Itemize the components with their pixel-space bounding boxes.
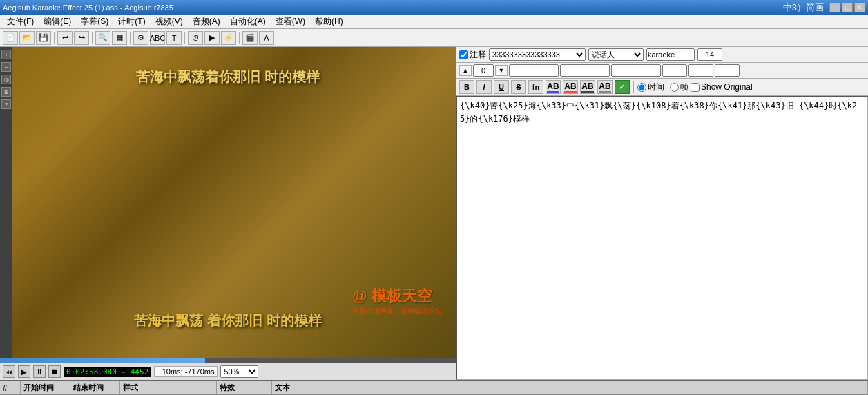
video-progress-bar[interactable] bbox=[0, 358, 456, 363]
toolbar-sep-2 bbox=[92, 32, 93, 44]
toolbar-sep-5 bbox=[239, 32, 240, 44]
title-bar: Aegisub Karaoke Effect 25 (1).ass - Aegi… bbox=[0, 0, 868, 15]
line-num-spin-up[interactable]: ▲ bbox=[459, 65, 472, 76]
video-tool-5[interactable]: ? bbox=[1, 99, 11, 109]
video-tool-1[interactable]: + bbox=[1, 50, 11, 59]
spellcheck-button[interactable]: ABC bbox=[150, 31, 165, 45]
radio-frame-input[interactable] bbox=[670, 83, 679, 92]
video-panel: + ↔ ◎ ⊞ ? 苦海中飘荡着你那旧 时的模样 苦海中飘荡 着你那旧 时的模样… bbox=[0, 47, 456, 380]
menu-file[interactable]: 文件(F) bbox=[3, 15, 38, 28]
maximize-button[interactable]: □ bbox=[842, 3, 853, 12]
menu-automation[interactable]: 自动化(A) bbox=[226, 15, 270, 28]
comment-checkbox-label[interactable]: 注释 bbox=[459, 49, 486, 61]
edit-toolbar: 注释 3333333333333333 说话人 bbox=[456, 47, 868, 63]
window-title: Aegisub Karaoke Effect 25 (1).ass - Aegi… bbox=[3, 3, 173, 12]
timing-button[interactable]: ▶ bbox=[204, 31, 220, 45]
col-header-style: 样式 bbox=[120, 381, 217, 394]
time-mode-group: 时间 帧 bbox=[637, 81, 688, 93]
subtitle-text-edit[interactable]: {\k40}苦{\k25}海{\k33}中{\k31}飘{\荡}{\k108}着… bbox=[456, 96, 868, 380]
duration-input[interactable]: 0:00:07.18 bbox=[611, 64, 661, 77]
radio-time-input[interactable] bbox=[637, 83, 646, 92]
end-time-input[interactable]: 0:03:05.25 bbox=[560, 64, 610, 77]
line-num-spin-down[interactable]: ▼ bbox=[495, 65, 508, 76]
redo-button[interactable]: ↪ bbox=[74, 31, 89, 45]
color-shadow-button[interactable]: AB bbox=[597, 80, 613, 94]
style-select[interactable]: 3333333333333333 bbox=[489, 48, 586, 61]
margin-v-input[interactable]: 0 bbox=[715, 64, 740, 77]
undo-button[interactable]: ↩ bbox=[57, 31, 73, 45]
comment-checkbox[interactable] bbox=[459, 50, 468, 59]
close-button[interactable]: ✕ bbox=[854, 3, 865, 12]
video-tool-3[interactable]: ◎ bbox=[1, 75, 11, 84]
menu-audio[interactable]: 音频(A) bbox=[189, 15, 224, 28]
menu-subtitle[interactable]: 字幕(S) bbox=[77, 15, 113, 28]
video-prev-button[interactable]: ⏮ bbox=[3, 365, 15, 378]
show-original-label[interactable]: Show Original bbox=[691, 82, 753, 92]
find-button[interactable]: 🔍 bbox=[95, 31, 110, 45]
open-button[interactable]: 📂 bbox=[19, 31, 35, 45]
bold-button[interactable]: B bbox=[459, 80, 474, 94]
show-original-checkbox[interactable] bbox=[691, 83, 700, 92]
style-manager-button[interactable]: ▦ bbox=[112, 31, 127, 45]
radio-time-label[interactable]: 时间 bbox=[637, 81, 664, 93]
video-pause-button[interactable]: ⏸ bbox=[33, 365, 46, 378]
automation-button[interactable]: ⚡ bbox=[221, 31, 236, 45]
shift-times-button[interactable]: ⏱ bbox=[188, 31, 203, 45]
margin-r-input[interactable]: 0 bbox=[688, 64, 713, 77]
video-subtitle-bottom: 苦海中飘荡 着你那旧 时的模样 bbox=[35, 311, 421, 330]
menu-bar: 文件(F) 编辑(E) 字幕(S) 计时(T) 视频(V) 音频(A) 自动化(… bbox=[0, 15, 868, 29]
table-header: # 开始时间 结束时间 样式 特效 文本 bbox=[0, 381, 868, 395]
format-toolbar: B I U S fn AB AB AB AB ✓ 时间 bbox=[456, 79, 868, 96]
fmt-sep-1 bbox=[633, 81, 634, 93]
video-time-display: 0:02:58.080 - 4452 bbox=[64, 367, 151, 377]
italic-button[interactable]: I bbox=[476, 80, 492, 94]
sub-zoom-button[interactable]: A bbox=[259, 31, 274, 45]
menu-help[interactable]: 帮助(H) bbox=[311, 15, 347, 28]
actor-select[interactable]: 说话人 bbox=[588, 48, 644, 61]
window-controls: ─ □ ✕ bbox=[829, 3, 865, 12]
video-progress-fill bbox=[0, 358, 205, 363]
underline-button[interactable]: U bbox=[494, 80, 509, 94]
time-row: ▲ ▼ 0:02:58.07 0:03:05.25 0:00:07.18 0 0… bbox=[456, 63, 868, 79]
col-header-effect: 特效 bbox=[217, 381, 272, 394]
color-primary-button[interactable]: AB bbox=[546, 80, 561, 94]
color-outline-button[interactable]: AB bbox=[580, 80, 595, 94]
menu-view[interactable]: 查看(W) bbox=[271, 15, 309, 28]
col-header-text: 文本 bbox=[272, 381, 868, 394]
video-play-button[interactable]: ▶ bbox=[18, 365, 30, 378]
video-tool-2[interactable]: ↔ bbox=[1, 62, 11, 72]
minimize-button[interactable]: ─ bbox=[829, 3, 840, 12]
video-zoom-button[interactable]: 🎬 bbox=[242, 31, 258, 45]
toolbar-sep-1 bbox=[54, 32, 55, 44]
strikeout-button[interactable]: S bbox=[511, 80, 526, 94]
new-button[interactable]: 📄 bbox=[3, 31, 18, 45]
margin-l-input[interactable]: 0 bbox=[662, 64, 687, 77]
video-stop-button[interactable]: ⏹ bbox=[48, 365, 61, 378]
video-subtitle-top: 苦海中飘荡着你那旧 时的模样 bbox=[35, 68, 421, 86]
col-header-end: 结束时间 bbox=[70, 381, 120, 394]
video-zoom-select[interactable]: 50% 75% 100% bbox=[220, 365, 258, 378]
menu-edit[interactable]: 编辑(E) bbox=[39, 15, 75, 28]
radio-frame-label[interactable]: 帧 bbox=[670, 81, 688, 93]
edit-row-1: 注释 3333333333333333 说话人 bbox=[459, 48, 865, 61]
video-left-toolbar: + ↔ ◎ ⊞ ? bbox=[0, 47, 12, 358]
video-tool-4[interactable]: ⊞ bbox=[1, 87, 11, 97]
commit-button[interactable]: ✓ bbox=[615, 80, 630, 94]
properties-button[interactable]: ⚙ bbox=[133, 31, 148, 45]
col-header-num: # bbox=[0, 381, 21, 394]
main-toolbar: 📄 📂 💾 ↩ ↪ 🔍 ▦ ⚙ ABC T ⏱ ▶ ⚡ 🎬 A bbox=[0, 29, 868, 47]
font-name-button[interactable]: fn bbox=[528, 80, 543, 94]
translate-button[interactable]: T bbox=[166, 31, 182, 45]
edit-panel: 注释 3333333333333333 说话人 ▲ ▼ 0:02:58.07 0… bbox=[456, 47, 868, 380]
toolbar-sep-3 bbox=[130, 32, 131, 44]
color-secondary-button[interactable]: AB bbox=[563, 80, 578, 94]
start-time-input[interactable]: 0:02:58.07 bbox=[509, 64, 559, 77]
subtitle-table-area: # 开始时间 结束时间 样式 特效 文本 72 0:02:42.18 0:02:… bbox=[0, 380, 868, 395]
layer-input[interactable] bbox=[697, 48, 722, 61]
save-button[interactable]: 💾 bbox=[36, 31, 51, 45]
menu-video[interactable]: 视频(V) bbox=[151, 15, 187, 28]
menu-timing[interactable]: 计时(T) bbox=[114, 15, 149, 28]
video-controls: ⏮ ▶ ⏸ ⏹ 0:02:58.080 - 4452 +10ms; -7170m… bbox=[0, 363, 456, 380]
line-num-input[interactable] bbox=[473, 64, 494, 77]
effect-input[interactable] bbox=[646, 48, 695, 61]
